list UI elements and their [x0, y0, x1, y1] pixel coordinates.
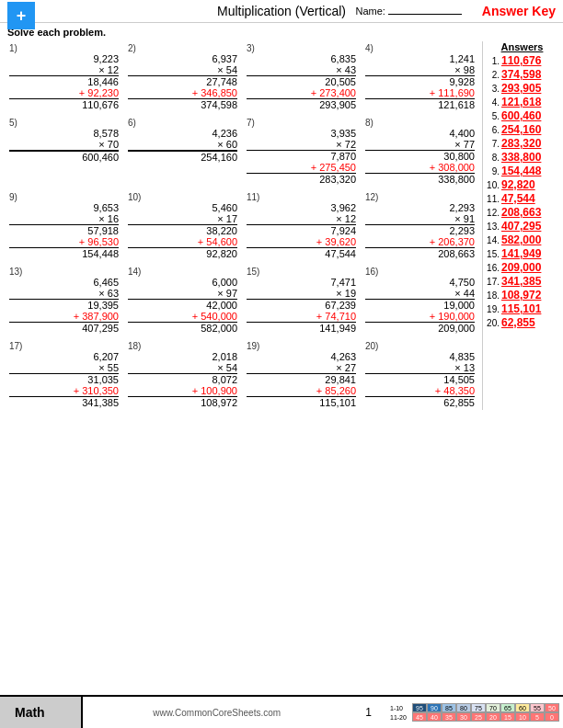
answer-num: 16. — [487, 263, 500, 273]
grid-cell: 15 — [500, 712, 515, 722]
problem-step2: + 100,900 — [128, 385, 237, 396]
answer-val: 254,160 — [501, 123, 541, 136]
answers-column: Answers 1. 110,676 2. 374,598 3. 293,905… — [482, 41, 557, 410]
problem-top: 4,750 — [365, 277, 475, 288]
problem-num: 8) — [365, 118, 475, 128]
answer-item-12: 12. 208,663 — [487, 206, 557, 219]
problem-step2: + 190,000 — [365, 311, 475, 322]
problem-step2: + 96,530 — [9, 236, 119, 247]
problem-mult: × 43 — [247, 64, 356, 76]
problem-mult: × 17 — [128, 213, 237, 225]
answer-val: 208,663 — [501, 206, 541, 219]
page-title: Multiplication (Vertical) — [217, 4, 346, 18]
grid-cell: 20 — [486, 712, 500, 722]
grid-cell: 40 — [427, 712, 442, 722]
problem-result: 108,972 — [128, 396, 237, 408]
answer-val: 108,972 — [501, 289, 541, 301]
answer-val: 141,949 — [501, 247, 541, 260]
problem-result: 374,598 — [128, 98, 237, 110]
answer-item-1: 1. 110,676 — [487, 54, 557, 67]
answer-val: 110,676 — [501, 54, 541, 67]
grid-row-label-0: 1-10 — [390, 705, 410, 711]
problem-mult: × 54 — [128, 362, 237, 374]
problem-num: 1) — [9, 43, 119, 53]
answer-num: 9. — [487, 166, 500, 176]
problem-step2: + 92,230 — [9, 87, 119, 98]
problem-top: 6,937 — [128, 53, 237, 64]
answer-item-14: 14. 582,000 — [487, 233, 557, 246]
answer-num: 1. — [487, 56, 500, 66]
answer-num: 17. — [487, 277, 500, 287]
problem-result: 141,949 — [247, 322, 356, 334]
problem-7: 7) 3,935 × 72 7,870 + 275,450 283,320 — [243, 116, 360, 187]
problem-num: 19) — [247, 341, 356, 351]
problem-mult: × 98 — [365, 64, 475, 76]
problem-mult: × 70 — [9, 139, 119, 151]
problem-num: 7) — [247, 118, 356, 128]
problem-top: 7,471 — [247, 277, 356, 288]
problem-result: 115,101 — [247, 396, 356, 408]
answer-num: 18. — [487, 290, 500, 301]
problem-mult: × 27 — [247, 362, 356, 374]
problem-16: 16) 4,750 × 44 19,000 + 190,000 209,000 — [362, 265, 478, 336]
answer-val: 600,460 — [501, 109, 541, 122]
problem-step1: 31,035 — [9, 374, 119, 385]
grid-row-label-1: 11-20 — [390, 714, 410, 721]
problem-step1: 42,000 — [128, 300, 237, 311]
problem-num: 16) — [365, 267, 475, 277]
problem-4: 4) 1,241 × 98 9,928 + 111,690 121,618 — [362, 41, 478, 112]
problem-14: 14) 6,000 × 97 42,000 + 540,000 582,000 — [124, 265, 241, 336]
problem-top: 9,223 — [9, 53, 119, 64]
answer-val: 47,544 — [501, 192, 535, 205]
problem-6: 6) 4,236 × 60 254,160 — [124, 116, 241, 187]
answer-item-3: 3. 293,905 — [487, 82, 557, 95]
problem-mult: × 16 — [9, 213, 119, 225]
grid-cell: 55 — [530, 703, 545, 712]
problem-result: 110,676 — [9, 98, 119, 110]
answer-num: 7. — [487, 139, 500, 149]
problem-13: 13) 6,465 × 63 19,395 + 387,900 407,295 — [6, 265, 122, 336]
problem-11: 11) 3,962 × 12 7,924 + 39,620 47,544 — [243, 190, 360, 261]
problem-1: 1) 9,223 × 12 18,446 + 92,230 110,676 — [6, 41, 122, 112]
answer-val: 341,385 — [501, 275, 541, 288]
problem-mult: × 97 — [128, 288, 237, 300]
answer-num: 12. — [487, 208, 500, 218]
problem-step2: + 346,850 — [128, 87, 237, 98]
problem-step2: + 74,710 — [247, 311, 356, 322]
problem-mult: × 54 — [128, 64, 237, 76]
answer-item-5: 5. 600,460 — [487, 109, 557, 122]
grid-cell: 60 — [515, 703, 530, 712]
answer-item-9: 9. 154,448 — [487, 165, 557, 177]
problem-top: 3,962 — [247, 202, 356, 213]
answer-item-2: 2. 374,598 — [487, 68, 557, 81]
header: + Multiplication (Vertical) Name: Answer… — [0, 0, 563, 23]
problem-step2: + 308,000 — [365, 162, 475, 173]
problem-mult: × 12 — [247, 213, 356, 225]
answer-item-17: 17. 341,385 — [487, 275, 557, 288]
grid-cell: 50 — [545, 703, 559, 712]
problem-num: 13) — [9, 267, 119, 277]
problem-step1: 7,870 — [247, 151, 356, 162]
problem-step1: 38,220 — [128, 225, 237, 236]
problem-num: 5) — [9, 118, 119, 128]
problem-step2: + 310,350 — [9, 385, 119, 396]
problem-step2: + 48,350 — [365, 385, 475, 396]
footer-url: www.CommonCoreSheets.com — [83, 708, 350, 718]
answer-num: 19. — [487, 304, 500, 314]
problem-step1: 57,918 — [9, 225, 119, 236]
answers-list: 1. 110,676 2. 374,598 3. 293,905 4. 121,… — [487, 54, 557, 329]
answer-val: 209,000 — [501, 261, 541, 274]
problem-top: 9,653 — [9, 202, 119, 213]
instruction-text: Solve each problem. — [0, 23, 563, 41]
grid-cell: 75 — [471, 703, 486, 712]
answers-header: Answers — [487, 41, 557, 52]
answer-val: 154,448 — [501, 165, 541, 177]
problem-step2: + 275,450 — [247, 162, 356, 173]
problem-15: 15) 7,471 × 19 67,239 + 74,710 141,949 — [243, 265, 360, 336]
problem-2: 2) 6,937 × 54 27,748 + 346,850 374,598 — [124, 41, 241, 112]
answer-num: 4. — [487, 97, 500, 108]
problem-result: 92,820 — [128, 247, 237, 259]
problem-result: 283,320 — [247, 173, 356, 185]
problem-8: 8) 4,400 × 77 30,800 + 308,000 338,800 — [362, 116, 478, 187]
problem-18: 18) 2,018 × 54 8,072 + 100,900 108,972 — [124, 339, 241, 410]
